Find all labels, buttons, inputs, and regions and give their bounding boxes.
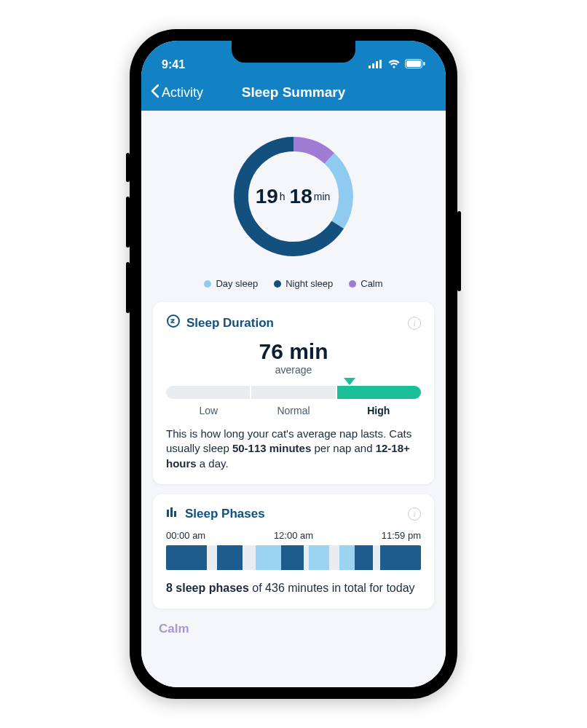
phase-time-label: 00:00 am — [166, 530, 205, 541]
status-time: 9:41 — [162, 58, 185, 71]
svg-rect-0 — [369, 66, 371, 68]
svg-rect-1 — [372, 63, 374, 68]
card-title-text: Sleep Phases — [185, 507, 265, 521]
status-right — [369, 58, 425, 71]
back-button[interactable]: Activity — [150, 84, 203, 102]
info-icon[interactable]: i — [408, 317, 421, 330]
legend-label: Night sleep — [285, 278, 333, 289]
phase-segment — [304, 545, 309, 570]
volume-down-button — [126, 262, 130, 313]
wifi-icon — [387, 58, 401, 71]
ring-minutes: 18 — [290, 185, 312, 208]
slider-label: Normal — [251, 405, 336, 416]
svg-rect-13 — [170, 507, 173, 517]
phases-icon — [166, 506, 179, 523]
slider-track — [166, 386, 421, 399]
slider-label: High — [336, 405, 421, 416]
card-title-phases: Sleep Phases — [166, 506, 265, 523]
phase-summary: 8 sleep phases of 436 minutes in total f… — [166, 580, 421, 596]
sleep-phases-card: Sleep Phases i 00:00 am12:00 am11:59 pm … — [153, 494, 434, 609]
volume-up-button — [126, 197, 130, 248]
phase-segment — [373, 545, 381, 570]
phase-times: 00:00 am12:00 am11:59 pm — [166, 530, 421, 541]
duration-description: This is how long your cat's average nap … — [166, 427, 421, 471]
slider-marker-icon — [344, 378, 355, 385]
phase-segment — [309, 545, 329, 570]
side-button — [126, 153, 130, 182]
phase-segment — [217, 545, 243, 570]
phase-time-label: 12:00 am — [274, 530, 313, 541]
svg-rect-6 — [423, 62, 425, 66]
power-button — [457, 211, 461, 291]
phase-segment — [355, 545, 373, 570]
cellular-icon — [369, 58, 383, 71]
sleep-duration-card: Sleep Duration i 76 min average LowNorm — [153, 302, 434, 484]
legend-label: Day sleep — [216, 278, 258, 289]
phase-segment — [166, 545, 207, 570]
ring-center: 19 h 18 min — [228, 131, 359, 262]
svg-rect-14 — [174, 511, 176, 517]
phase-segment — [281, 545, 304, 570]
legend-item: Day sleep — [204, 278, 258, 289]
sleep-icon — [166, 314, 181, 332]
calm-card-peek: Calm — [153, 619, 434, 636]
ring-minutes-unit: min — [314, 191, 331, 202]
phase-bar — [166, 545, 421, 570]
screen: 9:41 Act — [141, 41, 446, 687]
phase-segment — [243, 545, 256, 570]
slider-label: Low — [166, 405, 251, 416]
notch — [232, 41, 355, 63]
duration-slider: LowNormalHigh — [166, 386, 421, 416]
phase-segment — [256, 545, 281, 570]
svg-rect-5 — [406, 60, 421, 67]
average-value: 76 min — [166, 339, 421, 364]
legend-item: Calm — [349, 278, 382, 289]
slider-labels: LowNormalHigh — [166, 405, 421, 416]
legend-label: Calm — [361, 278, 382, 289]
info-icon[interactable]: i — [408, 507, 421, 521]
phase-segment — [380, 545, 421, 570]
battery-icon — [405, 58, 425, 71]
phase-segment — [329, 545, 339, 570]
ring-hours-unit: h — [280, 191, 285, 202]
phase-time-label: 11:59 pm — [382, 530, 421, 541]
svg-rect-2 — [376, 61, 378, 68]
legend-dot-icon — [204, 280, 211, 288]
average-block: 76 min average — [166, 339, 421, 376]
legend-item: Night sleep — [274, 278, 333, 289]
slider-seg-high — [336, 386, 421, 399]
back-label: Activity — [162, 85, 203, 100]
slider-seg-normal — [250, 386, 335, 399]
card-title-text: Sleep Duration — [186, 316, 274, 331]
phone-frame: 9:41 Act — [130, 29, 457, 699]
phase-segment — [207, 545, 217, 570]
sleep-ring-wrap: 19 h 18 min — [153, 118, 434, 266]
phase-segment — [339, 545, 355, 570]
slider-seg-low — [166, 386, 250, 399]
average-sublabel: average — [166, 364, 421, 376]
content-scroll[interactable]: 19 h 18 min Day sleepNight sleepCalm — [141, 111, 446, 687]
svg-rect-3 — [379, 60, 382, 68]
legend-dot-icon — [349, 280, 356, 288]
nav-bar: Activity Sleep Summary — [141, 74, 446, 111]
legend-dot-icon — [274, 280, 281, 288]
card-title-duration: Sleep Duration — [166, 314, 274, 332]
ring-hours: 19 — [256, 185, 278, 208]
svg-rect-12 — [167, 510, 169, 517]
sleep-ring: 19 h 18 min — [228, 131, 359, 262]
legend: Day sleepNight sleepCalm — [153, 266, 434, 302]
chevron-left-icon — [150, 84, 160, 102]
